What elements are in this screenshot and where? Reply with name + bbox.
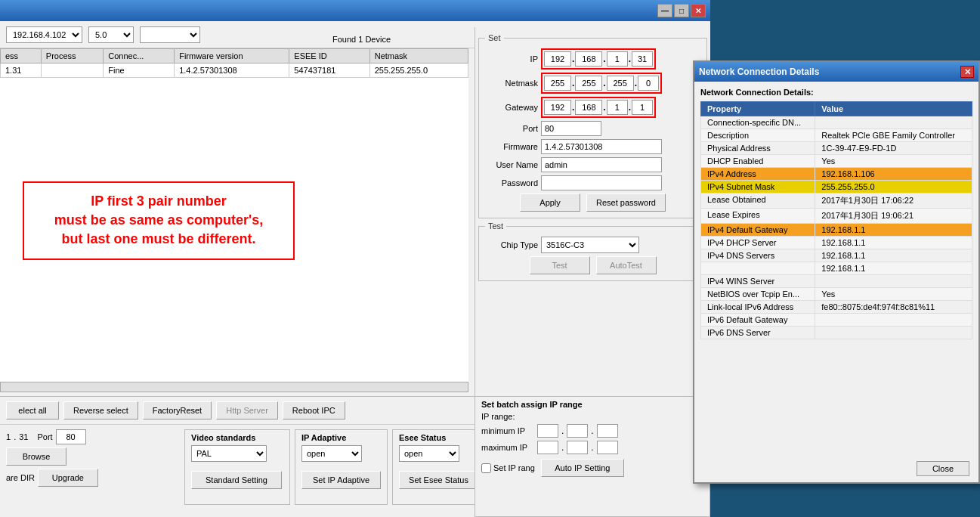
set-batch-panel: Set batch assign IP range IP range: mini…: [475, 396, 710, 517]
title-controls: — □ ✕: [657, 4, 706, 17]
port-field-row: Port: [485, 121, 700, 136]
browse-button[interactable]: Browse: [6, 447, 66, 466]
ip-select-1[interactable]: 192.168.4.102: [6, 26, 82, 43]
test-fieldset: Test Chip Type 3516C-C3 Test AutoTest: [478, 221, 707, 281]
net-prop-10: IPv4 DNS Servers: [701, 249, 815, 262]
gateway-input-group: . . .: [541, 97, 656, 118]
cell-eseeid: 547437181: [289, 63, 369, 78]
nm-octet-2[interactable]: [575, 76, 602, 91]
nm-octet-3[interactable]: [607, 76, 634, 91]
set-batch-title: Set batch assign IP range: [481, 400, 703, 409]
col-connect: Connec...: [104, 49, 175, 63]
video-standards-select[interactable]: PAL: [191, 445, 267, 462]
gw-octet-4[interactable]: [632, 100, 653, 115]
horizontal-scrollbar[interactable]: [0, 382, 468, 392]
net-prop-4: IPv4 Address: [701, 168, 815, 181]
ip-select-3[interactable]: [140, 26, 200, 43]
cell-process: [41, 63, 103, 78]
port-input[interactable]: [541, 121, 601, 136]
chip-type-select[interactable]: 3516C-C3: [541, 237, 639, 253]
net-val-10: 192.168.1.1: [815, 249, 972, 262]
min-ip-3[interactable]: [597, 424, 618, 438]
firmware-input[interactable]: [541, 139, 662, 154]
port-label: Port: [485, 124, 538, 133]
gateway-field-row: Gateway . . .: [485, 97, 700, 118]
ip-adaptive-select[interactable]: open: [301, 445, 362, 462]
net-val-6: 2017年1月30日 17:06:22: [815, 193, 972, 209]
max-ip-2[interactable]: [567, 441, 588, 454]
set-legend: Set: [485, 33, 504, 42]
net-row-4: IPv4 Address 192.168.1.106: [701, 168, 972, 181]
ip-octet-2[interactable]: [575, 51, 602, 67]
gw-octet-2[interactable]: [575, 100, 602, 115]
upgrade-button[interactable]: Upgrade: [38, 469, 98, 487]
autotest-button[interactable]: AutoTest: [596, 256, 657, 274]
net-prop-3: DHCP Enabled: [701, 155, 815, 168]
password-input[interactable]: [541, 175, 662, 190]
gw-octet-1[interactable]: [544, 100, 571, 115]
network-details-title-bar: Network Connection Details ✕: [694, 62, 978, 82]
test-button[interactable]: Test: [530, 256, 590, 274]
net-row-0: Connection-specific DN...: [701, 116, 972, 129]
nm-octet-4[interactable]: [638, 76, 659, 91]
ip-octet-3[interactable]: [607, 51, 628, 67]
min-ip-2[interactable]: [567, 424, 588, 438]
max-ip-3[interactable]: [597, 441, 618, 454]
net-row-12: IPv4 WINS Server: [701, 275, 972, 288]
set-ip-rang-checkbox[interactable]: [481, 463, 491, 473]
net-val-15: [815, 314, 972, 327]
username-input[interactable]: [541, 157, 662, 172]
net-val-12: [815, 275, 972, 288]
select-all-button[interactable]: elect all: [6, 401, 59, 419]
bottom-port-input[interactable]: [56, 429, 86, 444]
username-field-row: User Name: [485, 157, 700, 172]
table-row[interactable]: 1.31 Fine 1.4.2.57301308 547437181 255.2…: [1, 63, 468, 78]
net-val-5: 255.255.255.0: [815, 181, 972, 193]
net-row-13: NetBIOS over Tcpip En... Yes: [701, 288, 972, 301]
net-val-4: 192.168.1.106: [815, 168, 972, 181]
esee-status-select[interactable]: open: [399, 445, 459, 462]
min-ip-label: minimum IP: [481, 426, 534, 435]
nm-octet-1[interactable]: [544, 76, 571, 91]
cell-netmask: 255.255.255.0: [369, 63, 468, 78]
max-ip-1[interactable]: [537, 441, 558, 454]
reboot-ipc-button[interactable]: Reboot IPC: [283, 401, 345, 419]
net-prop-6: Lease Obtained: [701, 193, 815, 209]
ip-range-label: IP range:: [481, 412, 703, 421]
net-val-8: 192.168.1.1: [815, 224, 972, 237]
set-ip-adaptive-button[interactable]: Set IP Adaptive: [301, 471, 381, 489]
minimize-button[interactable]: —: [657, 4, 672, 17]
auto-ip-setting-button[interactable]: Auto IP Setting: [541, 459, 624, 477]
ip-octet-4[interactable]: [632, 51, 653, 67]
factory-reset-button[interactable]: FactoryReset: [143, 401, 212, 419]
http-server-button[interactable]: Http Server: [216, 401, 278, 419]
apply-button[interactable]: Apply: [520, 193, 580, 212]
set-esee-status-button[interactable]: Set Esee Status: [399, 471, 478, 489]
network-details-close-icon[interactable]: ✕: [960, 66, 974, 78]
test-buttons-row: Test AutoTest: [485, 256, 700, 274]
standard-setting-button[interactable]: Standard Setting: [191, 471, 282, 489]
network-details-content: Network Connection Details: Property Val…: [694, 82, 978, 345]
net-row-16: IPv6 DNS Server: [701, 327, 972, 339]
reverse-select-button[interactable]: Reverse select: [63, 401, 138, 419]
maximize-button[interactable]: □: [674, 4, 689, 17]
reset-password-button[interactable]: Reset password: [586, 193, 666, 212]
net-val-11: 192.168.1.1: [815, 262, 972, 275]
ip-adaptive-group: IP Adaptive open Set IP Adaptive: [295, 429, 388, 505]
ip-octet-1[interactable]: [544, 51, 571, 67]
close-button[interactable]: ✕: [691, 4, 706, 17]
gw-octet-3[interactable]: [607, 100, 628, 115]
chip-type-label: Chip Type: [485, 240, 538, 249]
net-prop-14: Link-local IPv6 Address: [701, 301, 815, 314]
bottom-ip-part2: 31: [19, 432, 28, 441]
gateway-label: Gateway: [485, 103, 538, 112]
network-details-window: Network Connection Details ✕ Network Con…: [693, 60, 980, 484]
min-ip-1[interactable]: [537, 424, 558, 438]
net-prop-15: IPv6 Default Gateway: [701, 314, 815, 327]
net-val-0: [815, 116, 972, 129]
chip-type-row: Chip Type 3516C-C3: [485, 237, 700, 253]
ip-select-2[interactable]: 5.0: [88, 26, 134, 43]
net-row-14: Link-local IPv6 Address fe80::8075:de4f:…: [701, 301, 972, 314]
annotation-box: IP first 3 pair numbermust be as same as…: [23, 181, 295, 260]
network-details-close-button[interactable]: Close: [917, 461, 969, 476]
